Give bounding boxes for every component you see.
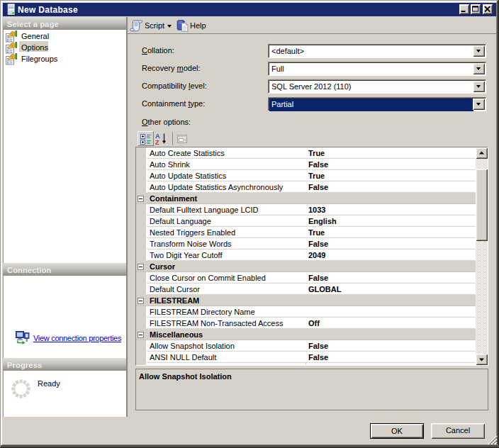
svg-text:Z: Z <box>155 139 159 145</box>
